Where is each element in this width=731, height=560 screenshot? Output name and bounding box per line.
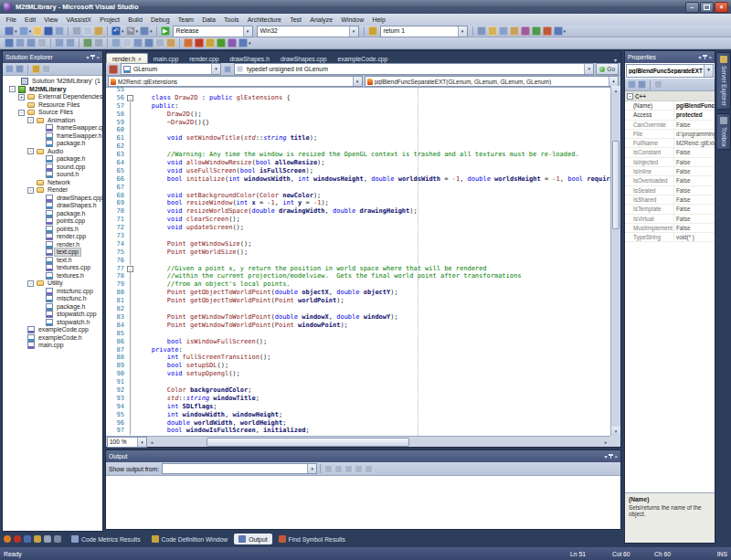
menu-debug[interactable]: Debug	[146, 14, 174, 26]
tree-item-points-cpp[interactable]: points.cpp	[3, 217, 102, 226]
property-row-istemplate[interactable]: IsTemplateFalse	[625, 205, 715, 214]
tree-item-package-h[interactable]: package.h	[3, 303, 102, 312]
tree-item-m2tmlibrary[interactable]: -M2tMLibrary	[3, 86, 102, 94]
editor-vertical-scrollbar[interactable]: ▴ ▾	[610, 86, 620, 436]
fold-margin[interactable]	[127, 313, 136, 322]
auto-hide-pin-icon[interactable]	[705, 55, 705, 59]
tree-item-text-h[interactable]: text.h	[3, 257, 102, 265]
output-source-combo[interactable]: ▾	[162, 463, 317, 474]
fold-margin[interactable]: -	[127, 265, 136, 273]
property-pages-icon[interactable]	[654, 80, 662, 89]
fold-margin[interactable]	[127, 134, 136, 143]
property-row-isvirtual[interactable]: IsVirtualFalse	[625, 215, 715, 224]
panel-tab-output[interactable]: Output	[234, 534, 271, 544]
window-position-icon[interactable]: ▾	[698, 54, 701, 60]
tree-item-miscfunc-cpp[interactable]: miscfunc.cpp	[3, 288, 102, 296]
va-snippets-icon[interactable]	[217, 38, 226, 48]
fold-margin[interactable]	[127, 395, 136, 403]
fold-margin[interactable]	[127, 184, 136, 192]
fold-margin[interactable]	[127, 257, 136, 265]
tree-item-package-h[interactable]: package.h	[3, 140, 102, 148]
va-status-icon[interactable]	[4, 535, 11, 543]
property-row-access[interactable]: Accessprotected	[625, 111, 715, 120]
close-panel-icon[interactable]: ×	[96, 55, 100, 60]
full-screen-icon[interactable]	[133, 38, 143, 48]
fold-margin[interactable]	[127, 330, 136, 338]
tree-item-examplecode-cpp[interactable]: exampleCode.cpp	[3, 326, 102, 334]
scroll-up-arrow[interactable]: ▴	[611, 86, 620, 95]
close-panel-icon[interactable]: ×	[708, 55, 712, 60]
menu-architecture[interactable]: Architecture	[243, 14, 286, 26]
tree-item-textures-h[interactable]: textures.h	[3, 272, 102, 280]
category-collapse-icon[interactable]: -	[627, 93, 633, 100]
toolbox-icon[interactable]	[532, 26, 541, 36]
close-tab-icon[interactable]: ×	[138, 56, 142, 62]
property-row-fullname[interactable]: FullNameM2Rend::glExtens	[625, 139, 715, 148]
auto-hide-pin-icon[interactable]	[610, 454, 611, 459]
scope-combo-dropdown[interactable]: ▾	[353, 77, 362, 86]
properties-window-icon[interactable]	[510, 26, 519, 36]
fold-margin[interactable]	[127, 322, 136, 330]
fold-margin[interactable]	[127, 192, 136, 200]
find-combo-dropdown[interactable]: ▾	[458, 26, 467, 37]
list-methods-icon[interactable]	[37, 38, 47, 48]
window-position-icon[interactable]: ▾	[86, 54, 89, 60]
fold-margin[interactable]	[127, 151, 136, 159]
property-row-isinjected[interactable]: IsInjectedFalse	[625, 158, 715, 167]
va-open-file-icon[interactable]	[184, 38, 193, 48]
fold-margin[interactable]	[127, 403, 136, 411]
tree-item-frameswapper-cpp[interactable]: frameSwapper.cpp	[3, 124, 102, 132]
tree-item-points-h[interactable]: points.h	[3, 226, 102, 234]
fold-margin[interactable]	[127, 289, 136, 297]
show-all-files-icon[interactable]	[16, 65, 24, 73]
va-refactor-icon[interactable]	[228, 38, 237, 48]
scroll-left-arrow[interactable]: ◂	[147, 439, 156, 445]
fold-margin[interactable]	[127, 167, 136, 175]
close-document-icon[interactable]	[122, 38, 132, 48]
tree-item-frameswapper-h[interactable]: frameSwapper.h	[3, 132, 102, 141]
collapse-region-icon[interactable]: -	[127, 95, 133, 101]
go-to-definition-icon[interactable]	[26, 38, 36, 48]
property-category[interactable]: -C++	[625, 91, 715, 101]
goto-button[interactable]: Go	[596, 63, 619, 75]
breakpoint-window-icon[interactable]	[488, 26, 497, 36]
fold-margin[interactable]	[127, 224, 136, 232]
solution-explorer-icon[interactable]	[499, 26, 508, 36]
scroll-down-arrow[interactable]: ▾	[611, 427, 620, 436]
tree-item-sound-cpp[interactable]: sound.cpp	[3, 164, 102, 172]
tree-item-audio[interactable]: -Audio	[3, 148, 102, 156]
panel-tab-find-symbol-results[interactable]: Find Symbol Results	[274, 534, 350, 544]
menu-vassistx[interactable]: VAssistX	[62, 14, 96, 26]
alphabetical-sort-icon[interactable]	[638, 80, 646, 89]
tree-item-resource-files[interactable]: Resource Files	[3, 101, 102, 110]
tree-item-solution-m2tmlibrary-1-project-[interactable]: Solution 'M2tMLibrary' (1 project)	[3, 78, 102, 86]
output-window-icon[interactable]	[166, 38, 175, 48]
undo-icon-dropdown[interactable]: ▾	[122, 28, 124, 34]
fold-margin[interactable]	[127, 305, 136, 313]
zoom-dropdown[interactable]: ▾	[137, 438, 146, 447]
tree-item-package-h[interactable]: package.h	[3, 210, 102, 218]
find-symbol-icon[interactable]	[368, 26, 377, 36]
tree-expander-icon[interactable]: -	[9, 86, 16, 92]
new-horizontal-tab-group-icon[interactable]	[111, 38, 121, 48]
autohide-tab-server-explorer[interactable]: Server Explorer	[717, 52, 731, 110]
paste-history-icon[interactable]	[34, 535, 41, 543]
decrease-indent-icon[interactable]	[55, 38, 64, 48]
refresh-icon[interactable]	[32, 65, 40, 73]
document-list-dropdown-icon[interactable]: ▾	[610, 57, 620, 63]
start-debugging-icon[interactable]: ▶	[161, 26, 170, 36]
va-tomato-icon[interactable]	[14, 535, 21, 543]
horizontal-scroll-thumb[interactable]	[207, 438, 409, 447]
va-find-symbol-icon[interactable]	[195, 38, 204, 48]
member-combo-dropdown[interactable]: ▾	[609, 77, 618, 86]
property-row-typestring[interactable]: TypeStringvoid(* )	[625, 233, 715, 242]
tree-item-examplecode-h[interactable]: exampleCode.h	[3, 334, 102, 343]
view-class-diagram-icon[interactable]	[42, 65, 50, 73]
symbol-combo-dropdown[interactable]: ▾	[211, 64, 220, 74]
fold-margin[interactable]	[127, 346, 136, 354]
save-icon[interactable]	[44, 26, 53, 36]
tree-item-textures-cpp[interactable]: textures.cpp	[3, 264, 102, 272]
tree-item-render-cpp[interactable]: render.cpp	[3, 233, 102, 241]
panel-tab-code-definition-window[interactable]: Code Definition Window	[147, 534, 233, 544]
fold-margin[interactable]	[127, 111, 136, 119]
